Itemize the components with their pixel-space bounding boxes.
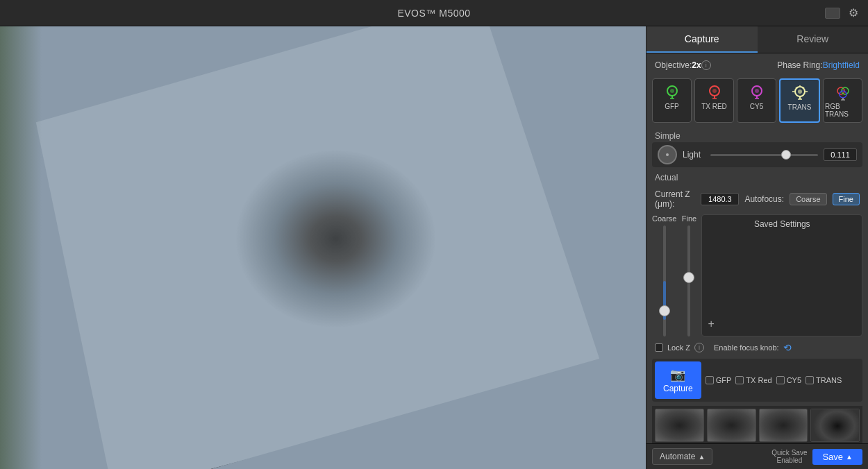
quick-save-area: Quick Save Enabled xyxy=(771,449,807,464)
gfp-icon xyxy=(662,83,682,103)
lockz-checkbox[interactable] xyxy=(655,343,663,352)
svg-point-7 xyxy=(712,89,717,93)
save-label: Save xyxy=(822,452,843,462)
trans-icon xyxy=(790,84,810,103)
capture-label: Capture xyxy=(663,384,693,393)
minimize-button[interactable] xyxy=(825,8,840,19)
objective-value: 2x xyxy=(692,60,701,70)
saved-settings-title: Saved Settings xyxy=(706,219,858,229)
capture-trans-check[interactable]: TRANS xyxy=(806,376,842,384)
autofocus-coarse-button[interactable]: Coarse xyxy=(790,193,826,205)
phase-ring-value: Brightfield xyxy=(823,60,860,70)
coverslip-overlay xyxy=(0,26,622,469)
thumbnail-3[interactable] xyxy=(759,409,808,442)
fine-track xyxy=(687,225,690,336)
settings-icon[interactable]: ⚙ xyxy=(846,6,861,21)
panel-content: Objective: 2x i Phase Ring: Brightfield xyxy=(646,53,868,443)
channel-cy5[interactable]: CY5 xyxy=(737,78,776,123)
objective-label: Objective: xyxy=(655,60,692,70)
microscope-view xyxy=(0,26,646,469)
focus-knob-label: Enable focus knob: xyxy=(714,343,779,352)
thumbnail-2[interactable] xyxy=(707,409,756,442)
automate-chevron: ▲ xyxy=(698,453,705,461)
channel-buttons: GFP TX RED xyxy=(652,76,862,126)
fine-thumb[interactable] xyxy=(683,272,694,283)
lockz-info-icon[interactable]: i xyxy=(694,343,704,352)
bottom-bar: Automate ▲ Quick Save Enabled Save ▲ xyxy=(646,443,868,469)
trans-label: TRANS xyxy=(788,103,812,111)
coarse-slider-col: Coarse xyxy=(652,214,676,336)
gfp-checkbox[interactable] xyxy=(706,376,714,384)
capture-txred-label: TX Red xyxy=(746,376,771,384)
capture-channel-checks: GFP TX Red CY5 TRANS xyxy=(706,376,860,384)
window-controls: ⚙ xyxy=(825,6,861,21)
fine-label: Fine xyxy=(682,214,696,223)
objective-row: Objective: 2x i Phase Ring: Brightfield xyxy=(652,59,862,71)
gfp-label: GFP xyxy=(665,103,679,110)
main-content: Capture Review Objective: 2x i Phase Rin… xyxy=(0,26,868,469)
channel-gfp[interactable]: GFP xyxy=(652,78,692,123)
tab-bar: Capture Review xyxy=(646,26,868,53)
add-saved-setting-button[interactable]: + xyxy=(708,318,714,330)
coarse-slider[interactable] xyxy=(656,225,673,336)
light-slider-input[interactable] xyxy=(710,154,818,156)
save-button[interactable]: Save ▲ xyxy=(812,449,862,465)
tab-review[interactable]: Review xyxy=(758,26,869,53)
capture-row: 📷 Capture GFP TX Red CY5 xyxy=(652,359,862,402)
focus-knob-icon[interactable]: ⟲ xyxy=(783,342,792,353)
fine-slider[interactable] xyxy=(681,225,697,336)
thumbnail-3-image xyxy=(760,409,808,441)
light-value[interactable]: 0.111 xyxy=(824,148,857,161)
thumbnail-1-image xyxy=(656,409,703,441)
lockz-row: Lock Z i Enable focus knob: ⟲ xyxy=(652,341,862,355)
title-bar: EVOS™ M5000 ⚙ xyxy=(0,0,868,26)
autofocus-label: Autofocus: xyxy=(744,194,784,204)
light-knob[interactable] xyxy=(658,145,677,164)
quick-save-label: Quick Save xyxy=(771,449,807,457)
cy5-checkbox[interactable] xyxy=(776,376,785,384)
focus-area: Coarse Fine xyxy=(652,214,862,336)
channel-trans[interactable]: TRANS xyxy=(779,78,820,123)
txred-checkbox[interactable] xyxy=(735,376,744,384)
coarse-thumb[interactable] xyxy=(659,305,670,316)
actual-label: Actual xyxy=(652,171,862,184)
actual-section: Actual Current Z (μm): 1480.3 Autofocus:… xyxy=(652,171,862,355)
right-panel: Capture Review Objective: 2x i Phase Rin… xyxy=(646,26,868,469)
phase-ring-label: Phase Ring: xyxy=(777,60,822,70)
thumbnail-2-image xyxy=(708,409,756,441)
rgbtrans-icon xyxy=(833,83,853,103)
thumbnail-1[interactable] xyxy=(655,409,704,442)
txred-icon xyxy=(705,83,724,103)
automate-label: Automate xyxy=(660,452,695,461)
thumbnail-4[interactable] xyxy=(810,409,860,442)
thumbnails xyxy=(652,406,862,443)
cy5-label: CY5 xyxy=(750,103,763,110)
microscope-image-area xyxy=(0,26,646,469)
capture-cy5-label: CY5 xyxy=(787,376,801,384)
channel-rgbtrans[interactable]: RGB TRANS xyxy=(823,78,862,123)
light-control: Light 0.111 xyxy=(652,142,862,167)
channel-txred[interactable]: TX RED xyxy=(694,78,734,123)
current-z-value[interactable]: 1480.3 xyxy=(701,193,739,205)
autofocus-fine-button[interactable]: Fine xyxy=(833,193,860,205)
capture-gfp-check[interactable]: GFP xyxy=(706,376,732,384)
light-slider[interactable] xyxy=(710,149,818,160)
capture-gfp-label: GFP xyxy=(716,376,732,384)
saved-settings-panel: Saved Settings + xyxy=(701,214,862,336)
trans-checkbox[interactable] xyxy=(806,376,814,384)
simple-label: Simple xyxy=(652,130,862,142)
tab-capture[interactable]: Capture xyxy=(646,26,758,53)
coarse-label: Coarse xyxy=(652,214,676,223)
capture-cy5-check[interactable]: CY5 xyxy=(776,376,801,384)
svg-point-3 xyxy=(670,89,674,93)
person-silhouette xyxy=(0,26,42,469)
light-label: Light xyxy=(683,150,705,160)
fine-slider-col: Fine xyxy=(681,214,697,336)
current-z-label: Current Z (μm): xyxy=(655,189,695,209)
svg-point-11 xyxy=(755,89,759,93)
automate-button[interactable]: Automate ▲ xyxy=(652,448,712,465)
capture-txred-check[interactable]: TX Red xyxy=(735,376,771,384)
capture-button[interactable]: 📷 Capture xyxy=(655,361,701,399)
capture-trans-label: TRANS xyxy=(816,376,842,384)
objective-info-icon[interactable]: i xyxy=(701,60,711,70)
